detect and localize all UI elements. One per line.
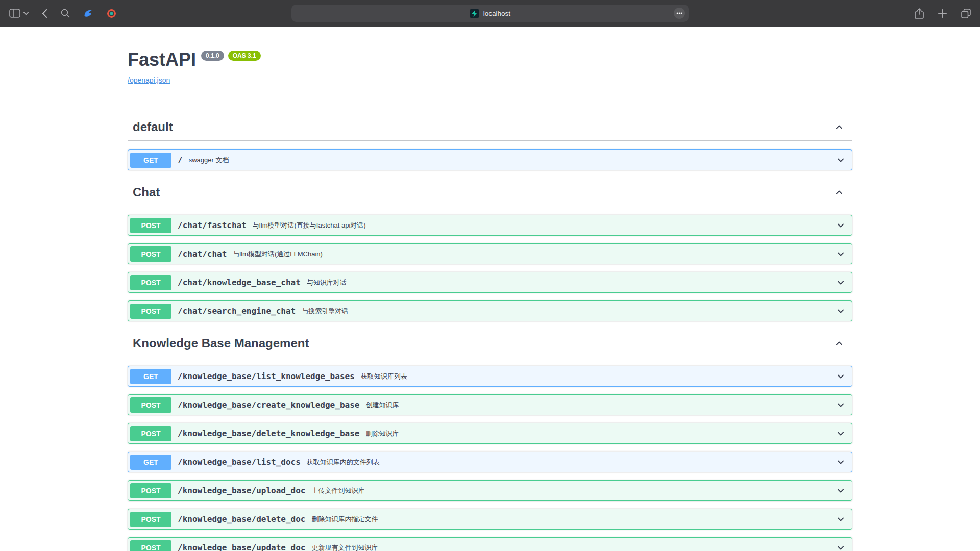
oas-badge: OAS 3.1 <box>228 51 261 61</box>
method-badge: GET <box>130 455 172 470</box>
page-title: FastAPI 0.1.0 OAS 3.1 <box>128 49 852 70</box>
section-title: Knowledge Base Management <box>133 336 309 350</box>
endpoint-summary: 与llm模型对话(通过LLMChain) <box>233 249 323 259</box>
endpoint-summary: 与搜索引擎对话 <box>302 307 348 316</box>
extensions-more-icon[interactable] <box>674 8 685 19</box>
endpoint-summary: 上传文件到知识库 <box>311 486 364 495</box>
opblock-post-chat-chat[interactable]: POST /chat/chat 与llm模型对话(通过LLMChain) <box>128 243 852 264</box>
opblock-post-upload-doc[interactable]: POST /knowledge_base/upload_doc 上传文件到知识库 <box>128 480 852 501</box>
version-badge: 0.1.0 <box>201 51 224 61</box>
opblock-post-knowledge-base-chat[interactable]: POST /chat/knowledge_base_chat 与知识库对话 <box>128 272 852 293</box>
toolbar-left-group <box>9 8 116 18</box>
endpoint-summary: swagger 文档 <box>189 156 229 165</box>
new-tab-icon[interactable] <box>938 9 947 18</box>
method-badge: GET <box>130 369 172 384</box>
chevron-down-icon <box>830 371 846 382</box>
endpoint-path: /chat/knowledge_base_chat <box>178 278 301 287</box>
chevron-up-icon <box>834 338 844 348</box>
browser-toolbar: localhost <box>0 0 980 27</box>
method-badge: POST <box>130 275 172 290</box>
endpoint-path: /knowledge_base/update_doc <box>178 543 305 551</box>
extension-bird-icon[interactable] <box>83 8 93 18</box>
method-badge: POST <box>130 512 172 527</box>
chevron-up-icon <box>834 187 844 197</box>
swagger-page: FastAPI 0.1.0 OAS 3.1 /openapi.json defa… <box>0 27 980 551</box>
endpoint-summary: 删除知识库 <box>365 429 399 438</box>
section-knowledge-base-management: Knowledge Base Management GET /knowledge… <box>128 329 852 551</box>
extension-ring-icon[interactable] <box>107 9 116 18</box>
method-badge: POST <box>130 246 172 262</box>
search-icon[interactable] <box>61 9 70 18</box>
chevron-down-icon <box>830 486 846 496</box>
method-badge: GET <box>130 153 172 168</box>
endpoint-path: /knowledge_base/delete_doc <box>178 514 305 524</box>
endpoint-path: /chat/fastchat <box>178 220 247 230</box>
method-badge: POST <box>130 483 172 498</box>
openapi-spec-link[interactable]: /openapi.json <box>128 76 170 84</box>
opblock-get-root[interactable]: GET / swagger 文档 <box>128 149 852 170</box>
opblock-post-delete-doc[interactable]: POST /knowledge_base/delete_doc 删除知识库内指定… <box>128 509 852 530</box>
method-badge: POST <box>130 426 172 441</box>
section-title: default <box>133 120 173 134</box>
chevron-down-icon <box>830 543 846 551</box>
opblock-post-update-doc[interactable]: POST /knowledge_base/update_doc 更新现有文件到知… <box>128 537 852 551</box>
chevron-up-icon <box>834 122 844 132</box>
sidebar-toggle-icon[interactable] <box>9 9 20 18</box>
api-title-text: FastAPI <box>128 49 196 70</box>
section-title: Chat <box>133 185 160 199</box>
sidebar-chevron-icon[interactable] <box>23 12 29 15</box>
url-bar[interactable]: localhost <box>291 5 689 22</box>
endpoint-summary: 删除知识库内指定文件 <box>311 515 378 524</box>
tab-overview-icon[interactable] <box>961 9 971 18</box>
method-badge: POST <box>130 397 172 413</box>
endpoint-summary: 与知识库对话 <box>307 278 347 287</box>
opblock-post-chat-fastchat[interactable]: POST /chat/fastchat 与llm模型对话(直接与fastchat… <box>128 215 852 236</box>
chevron-down-icon <box>830 306 846 316</box>
section-default: default GET / swagger 文档 <box>128 113 852 170</box>
back-icon[interactable] <box>42 9 47 18</box>
url-text: localhost <box>483 10 510 17</box>
chevron-down-icon <box>830 400 846 410</box>
endpoint-path: /chat/search_engine_chat <box>178 306 296 316</box>
endpoint-summary: 与llm模型对话(直接与fastchat api对话) <box>253 221 366 230</box>
chevron-down-icon <box>830 155 846 165</box>
endpoint-path: /knowledge_base/list_knowledge_bases <box>178 371 355 381</box>
endpoint-path: /knowledge_base/upload_doc <box>178 486 305 495</box>
toolbar-right-group <box>915 8 971 19</box>
opblock-post-search-engine-chat[interactable]: POST /chat/search_engine_chat 与搜索引擎对话 <box>128 300 852 321</box>
endpoint-path: /chat/chat <box>178 249 227 259</box>
section-header-knowledge-base-management[interactable]: Knowledge Base Management <box>128 329 852 357</box>
chevron-down-icon <box>830 457 846 467</box>
chevron-down-icon <box>830 220 846 231</box>
chevron-down-icon <box>830 514 846 524</box>
endpoint-path: /knowledge_base/list_docs <box>178 457 301 467</box>
endpoint-path: / <box>178 155 183 165</box>
api-info: FastAPI 0.1.0 OAS 3.1 /openapi.json <box>128 27 852 84</box>
endpoint-summary: 创建知识库 <box>365 400 399 410</box>
section-header-chat[interactable]: Chat <box>128 178 852 206</box>
chevron-down-icon <box>830 278 846 288</box>
chevron-down-icon <box>830 249 846 259</box>
endpoint-path: /knowledge_base/create_knowledge_base <box>178 400 359 410</box>
endpoint-summary: 获取知识库列表 <box>361 372 407 381</box>
endpoint-summary: 获取知识库内的文件列表 <box>307 458 380 467</box>
chevron-down-icon <box>830 429 846 439</box>
method-badge: POST <box>130 218 172 233</box>
opblock-get-list-docs[interactable]: GET /knowledge_base/list_docs 获取知识库内的文件列… <box>128 452 852 472</box>
opblock-get-list-knowledge-bases[interactable]: GET /knowledge_base/list_knowledge_bases… <box>128 366 852 387</box>
site-favicon-lightning-icon <box>470 9 479 18</box>
endpoint-summary: 更新现有文件到知识库 <box>311 543 378 551</box>
section-chat: Chat POST /chat/fastchat 与llm模型对话(直接与fas… <box>128 178 852 321</box>
endpoint-path: /knowledge_base/delete_knowledge_base <box>178 429 359 438</box>
section-header-default[interactable]: default <box>128 113 852 141</box>
opblock-post-create-knowledge-base[interactable]: POST /knowledge_base/create_knowledge_ba… <box>128 394 852 415</box>
method-badge: POST <box>130 540 172 551</box>
share-icon[interactable] <box>915 8 924 19</box>
opblock-post-delete-knowledge-base[interactable]: POST /knowledge_base/delete_knowledge_ba… <box>128 423 852 444</box>
method-badge: POST <box>130 304 172 319</box>
